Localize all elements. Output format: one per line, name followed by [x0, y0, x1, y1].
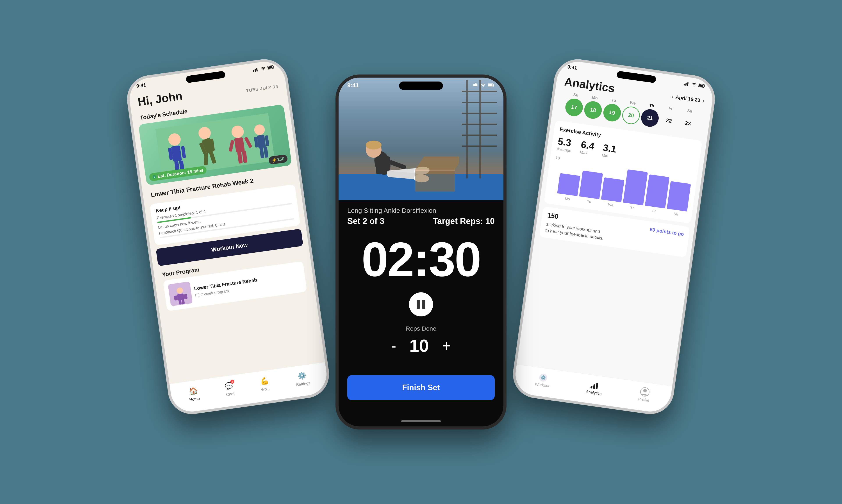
- calendar-day-18[interactable]: 18: [583, 100, 603, 120]
- svg-rect-2: [256, 68, 258, 72]
- avg-stat: 5.3 Average: [557, 136, 573, 153]
- svg-rect-65: [415, 169, 455, 192]
- reps-plus-button[interactable]: +: [442, 337, 451, 355]
- svg-rect-40: [195, 294, 199, 297]
- svg-point-80: [643, 389, 647, 393]
- svg-point-56: [366, 141, 382, 149]
- reps-counter: - 10 +: [338, 336, 504, 356]
- svg-rect-17: [204, 153, 208, 165]
- right-nav-profile-label: Profile: [638, 397, 649, 403]
- program-card-info: Lower Tibia Fracture Rehab 7 week progra…: [194, 271, 301, 298]
- min-value: 3.1: [602, 142, 617, 155]
- bottom-nav-right: ⚙️ Workout Analytics: [513, 364, 672, 414]
- battery-icon: [267, 65, 275, 70]
- svg-rect-68: [683, 84, 685, 86]
- svg-rect-72: [699, 84, 703, 87]
- right-nav-workout[interactable]: ⚙️ Workout: [534, 372, 551, 389]
- svg-rect-67: [415, 169, 455, 172]
- nav-chat-label: Chat: [226, 391, 235, 397]
- right-phone-volume-up[interactable]: [547, 102, 552, 120]
- svg-rect-53: [462, 145, 497, 147]
- avg-value: 5.3: [557, 136, 573, 148]
- pause-bar-2: [422, 300, 425, 309]
- pause-button[interactable]: [409, 292, 433, 317]
- max-value: 6.4: [580, 139, 595, 151]
- calendar-day-17[interactable]: 17: [564, 97, 584, 117]
- calendar-day-21[interactable]: 21: [640, 108, 660, 128]
- svg-rect-37: [184, 294, 188, 299]
- right-status-icons: [683, 81, 706, 89]
- phone-left-content: 9:41 Hi, John TUES JULY 14 Today's Sched…: [127, 59, 329, 414]
- bar-mo: [557, 173, 580, 196]
- svg-rect-77: [593, 384, 595, 389]
- points-amount: 150: [547, 212, 559, 220]
- svg-rect-70: [687, 83, 688, 86]
- info-icon: i: [152, 175, 157, 179]
- profile-nav-icon: [639, 386, 650, 397]
- bottom-nav-left: 🏠 Home 💬 2 Chat 💪 Wo... ⚙️ Settings: [170, 362, 329, 414]
- center-wifi-icon: [481, 83, 486, 87]
- gym-equipment: [462, 80, 497, 178]
- status-time-left: 9:41: [136, 82, 146, 89]
- calendar-day-19[interactable]: 19: [602, 103, 622, 123]
- svg-rect-0: [253, 70, 254, 72]
- exercise-target-reps: Target Reps: 10: [433, 216, 495, 226]
- greeting-text: Hi, John: [137, 89, 183, 108]
- nav-item-settings[interactable]: ⚙️ Settings: [294, 370, 311, 387]
- power-button[interactable]: [292, 115, 298, 141]
- right-phone-volume-down[interactable]: [544, 124, 549, 141]
- calendar-day-20[interactable]: 20: [621, 105, 641, 125]
- finish-set-button[interactable]: Finish Set: [347, 375, 495, 400]
- analytics-nav-icon: [590, 380, 600, 391]
- reps-section: Reps Done - 10 +: [338, 325, 504, 356]
- exercise-set-text: Set 2 of 3: [347, 216, 384, 226]
- volume-up-button[interactable]: [129, 124, 134, 142]
- svg-rect-44: [488, 84, 492, 86]
- nav-settings-label: Settings: [296, 381, 311, 387]
- nav-item-home[interactable]: 🏠 Home: [188, 385, 200, 402]
- calendar-day-22[interactable]: 22: [659, 111, 679, 131]
- phone-left: 9:41 Hi, John TUES JULY 14 Today's Sched…: [124, 56, 332, 417]
- reps-count: 10: [409, 336, 429, 356]
- date-prev-arrow[interactable]: ‹: [671, 94, 673, 100]
- chat-badge: 2: [230, 380, 234, 384]
- nav-item-workout[interactable]: 💪 Wo...: [259, 375, 270, 392]
- workout-icon: 💪: [259, 375, 270, 386]
- date-next-arrow[interactable]: ›: [702, 98, 705, 104]
- nav-workout-label: Wo...: [261, 386, 270, 392]
- bar-tu: [579, 170, 603, 199]
- right-nav-profile[interactable]: Profile: [638, 386, 651, 403]
- bar-th: [623, 169, 648, 205]
- calendar-day-23[interactable]: 23: [678, 113, 698, 133]
- date-text: TUES JULY 14: [246, 84, 279, 93]
- reps-label: Reps Done: [338, 325, 504, 332]
- chat-icon: 💬 2: [224, 380, 234, 391]
- pause-icon: [417, 300, 425, 309]
- phones-container: 9:41 Hi, John TUES JULY 14 Today's Sched…: [70, 22, 772, 482]
- reps-minus-button[interactable]: -: [391, 337, 396, 355]
- nav-home-label: Home: [189, 396, 200, 402]
- svg-text:⚙️: ⚙️: [540, 375, 546, 380]
- date-range-text: April 16-23: [676, 94, 701, 103]
- exercise-meta: Set 2 of 3 Target Reps: 10: [347, 216, 495, 226]
- svg-rect-76: [590, 386, 593, 389]
- volume-down-button[interactable]: [132, 146, 137, 164]
- nav-item-chat[interactable]: 💬 2 Chat: [224, 380, 235, 397]
- svg-rect-50: [462, 113, 497, 114]
- right-phone-power[interactable]: [705, 138, 711, 164]
- center-dynamic-island: [399, 82, 443, 90]
- max-stat: 6.4 Max: [580, 139, 595, 156]
- wifi-icon: [261, 66, 266, 71]
- svg-marker-66: [415, 157, 459, 169]
- program-thumb-illustration: [168, 281, 193, 306]
- feedback-progress-fill: [159, 237, 160, 238]
- phone-right-content: 9:41 Analytics ‹ April 16-23 ›: [513, 59, 715, 414]
- right-battery-icon: [698, 83, 706, 88]
- right-nav-analytics[interactable]: Analytics: [586, 379, 603, 396]
- exercise-video[interactable]: [338, 77, 504, 200]
- program-card-thumbnail: [168, 281, 193, 306]
- right-status-time: 9:41: [567, 64, 577, 71]
- exercise-name-text: Long Sitting Ankle Dorsiflexion: [347, 207, 495, 214]
- svg-rect-64: [388, 160, 406, 170]
- exercise-info: Long Sitting Ankle Dorsiflexion Set 2 of…: [338, 200, 504, 226]
